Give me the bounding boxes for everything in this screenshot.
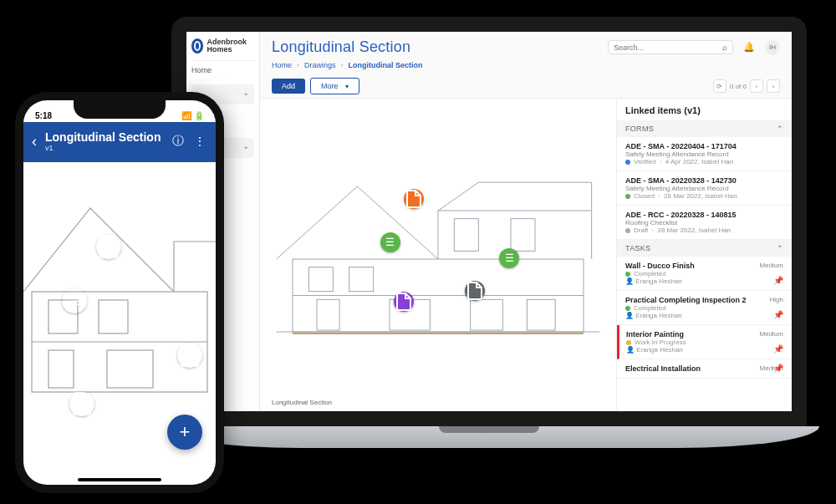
pager-text: 0 of 0 bbox=[730, 83, 747, 90]
task-assignee: 👤 Eranga Heshan bbox=[625, 312, 783, 319]
sidebar-item-home[interactable]: Home bbox=[191, 60, 254, 79]
pager-prev[interactable]: ‹ bbox=[750, 79, 763, 93]
page-title: Longitudinal Section bbox=[272, 38, 599, 56]
pin-icon[interactable]: 📌 bbox=[773, 364, 783, 373]
chevron-up-icon: ⌃ bbox=[777, 125, 783, 133]
laptop-hinge bbox=[439, 426, 539, 433]
fab-add-button[interactable]: + bbox=[167, 415, 202, 450]
forms-label: FORMS bbox=[625, 125, 654, 133]
mobile-canvas[interactable]: ☰ + bbox=[23, 162, 216, 463]
crumb-current: Longitudinal Section bbox=[349, 61, 423, 69]
brand-logo-icon bbox=[191, 38, 203, 53]
search-box[interactable]: ⌕ bbox=[608, 40, 733, 54]
status-time: 5:18 bbox=[35, 111, 52, 120]
laptop-base bbox=[159, 426, 819, 448]
forms-header[interactable]: FORMS ⌃ bbox=[617, 120, 792, 137]
mobile-title: Longitudinal Section v1 bbox=[45, 130, 164, 152]
status-dot-icon bbox=[625, 306, 630, 311]
form-meta: Verified · 4 Apr 2022, Isabel Han bbox=[625, 158, 783, 165]
bell-icon[interactable]: 🔔 bbox=[742, 40, 757, 55]
task-item[interactable]: Medium Wall - Ducco Finish Completed 👤 E… bbox=[617, 257, 792, 291]
header: Longitudinal Section ⌕ 🔔 IH bbox=[260, 32, 792, 61]
form-item[interactable]: ADE - SMA - 20220328 - 142730 Safety Mee… bbox=[617, 171, 792, 206]
mobile-pin-purple[interactable] bbox=[69, 391, 94, 416]
task-item[interactable]: Medium Interior Painting Work In Progres… bbox=[617, 325, 792, 359]
pin-icon[interactable]: 📌 bbox=[773, 310, 783, 319]
svg-rect-16 bbox=[48, 350, 74, 388]
chevron-down-icon: ▾ bbox=[345, 83, 349, 90]
mobile-header: ‹ Longitudinal Section v1 ⓘ ⋮ bbox=[23, 122, 216, 162]
task-status: Completed bbox=[625, 304, 783, 312]
form-item[interactable]: ADE - RCC - 20220328 - 140815 Roofing Ch… bbox=[617, 206, 792, 240]
task-assignee: 👤 Eranga Heshan bbox=[626, 346, 783, 354]
status-dot-icon bbox=[626, 340, 631, 345]
phone-screen: 5:18 📶 🔋 ‹ Longitudinal Section v1 ⓘ ⋮ bbox=[23, 100, 216, 485]
svg-rect-8 bbox=[471, 299, 503, 330]
chevron-up-icon: ⌃ bbox=[777, 244, 783, 252]
form-subtitle: Safety Meeting Attendance Record bbox=[625, 150, 783, 158]
search-icon: ⌕ bbox=[722, 43, 727, 52]
svg-rect-3 bbox=[349, 267, 374, 292]
status-dot-icon bbox=[625, 228, 630, 233]
more-button[interactable]: More ▾ bbox=[310, 78, 359, 94]
pager-next[interactable]: › bbox=[767, 79, 780, 93]
status-dot-icon bbox=[625, 194, 630, 199]
content: ☰ ☰ Longitudinal Section Linked bbox=[260, 99, 792, 411]
search-input[interactable] bbox=[614, 43, 722, 52]
mobile-pin-green[interactable]: ☰ bbox=[62, 288, 87, 313]
more-label: More bbox=[321, 82, 339, 90]
tasks-header[interactable]: TASKS ⌃ bbox=[617, 240, 792, 257]
back-icon[interactable]: ‹ bbox=[32, 133, 37, 150]
task-title: Practical Completing Inspection 2 bbox=[625, 296, 783, 304]
avatar[interactable]: IH bbox=[765, 40, 780, 55]
tasks-label: TASKS bbox=[625, 244, 650, 252]
pin-orange[interactable] bbox=[404, 189, 424, 209]
pin-icon[interactable]: 📌 bbox=[773, 276, 783, 285]
mobile-pin-orange[interactable] bbox=[96, 234, 121, 259]
kebab-icon[interactable]: ⋮ bbox=[194, 135, 207, 148]
form-title: ADE - SMA - 20220328 - 142730 bbox=[625, 176, 783, 185]
pin-green-2[interactable]: ☰ bbox=[499, 248, 519, 268]
task-assignee: 👤 Eranga Heshan bbox=[625, 277, 783, 285]
pin-gray[interactable] bbox=[465, 281, 485, 301]
main-area: Longitudinal Section ⌕ 🔔 IH Home › Drawi… bbox=[260, 32, 792, 411]
add-button[interactable]: Add bbox=[272, 79, 305, 94]
task-status: Completed bbox=[625, 270, 783, 277]
svg-rect-5 bbox=[511, 219, 535, 252]
form-subtitle: Safety Meeting Attendance Record bbox=[625, 185, 783, 192]
task-priority: Medium bbox=[760, 262, 783, 269]
history-icon[interactable]: ⟳ bbox=[713, 79, 726, 93]
crumb-drawings[interactable]: Drawings bbox=[304, 61, 336, 69]
desktop-app: Adenbrook Homes Home Longitudinal Sectio… bbox=[186, 32, 792, 411]
home-indicator bbox=[78, 478, 161, 481]
task-item[interactable]: Medium Electrical Installation 📌 bbox=[617, 359, 792, 379]
form-subtitle: Roofing Checklist bbox=[625, 219, 783, 227]
svg-rect-17 bbox=[107, 350, 153, 388]
blueprint-svg bbox=[268, 124, 608, 395]
task-priority: Medium bbox=[760, 330, 783, 338]
crumb-home[interactable]: Home bbox=[272, 61, 292, 69]
pin-green-1[interactable]: ☰ bbox=[380, 232, 400, 252]
drawing-canvas[interactable]: ☰ ☰ Longitudinal Section bbox=[260, 99, 616, 411]
form-item[interactable]: ADE - SMA - 20220404 - 171704 Safety Mee… bbox=[617, 137, 792, 171]
laptop-screen: Adenbrook Homes Home Longitudinal Sectio… bbox=[171, 17, 807, 426]
form-meta: Draft · 28 Mar 2022, Isabel Han bbox=[625, 227, 783, 234]
mobile-pin-gray[interactable] bbox=[177, 343, 202, 368]
pager: ⟳ 0 of 0 ‹ › bbox=[713, 79, 780, 93]
brand[interactable]: Adenbrook Homes bbox=[191, 35, 254, 60]
svg-rect-6 bbox=[317, 299, 339, 330]
task-item[interactable]: High Practical Completing Inspection 2 C… bbox=[617, 291, 792, 325]
pin-icon[interactable]: 📌 bbox=[773, 344, 783, 354]
phone-device: 5:18 📶 🔋 ‹ Longitudinal Section v1 ⓘ ⋮ bbox=[15, 92, 224, 493]
brand-name: Adenbrook Homes bbox=[206, 38, 254, 53]
svg-rect-9 bbox=[527, 299, 555, 330]
pin-purple[interactable] bbox=[394, 292, 414, 312]
task-status: Work In Progress bbox=[626, 339, 783, 346]
mobile-title-text: Longitudinal Section bbox=[45, 130, 161, 144]
svg-rect-2 bbox=[308, 267, 333, 292]
info-icon[interactable]: ⓘ bbox=[172, 134, 186, 149]
linked-title: Linked items (v1) bbox=[617, 99, 792, 120]
chevron-right-icon: › bbox=[341, 61, 344, 69]
form-title: ADE - SMA - 20220404 - 171704 bbox=[625, 142, 783, 150]
form-meta: Closed · 28 Mar 2022, Isabel Han bbox=[625, 192, 783, 200]
